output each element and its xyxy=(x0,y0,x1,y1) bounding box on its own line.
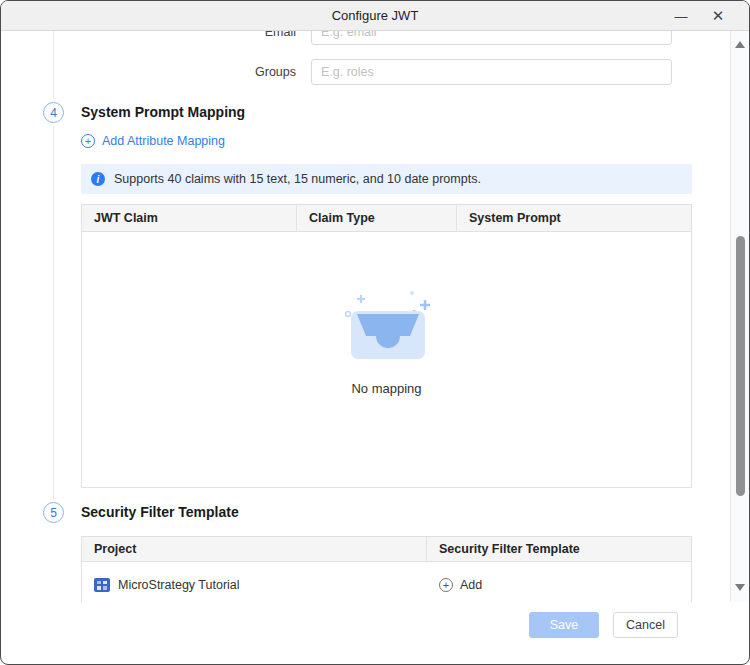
close-icon[interactable]: ✕ xyxy=(705,1,731,31)
step-4-badge: 4 xyxy=(43,102,64,123)
save-button[interactable]: Save xyxy=(529,612,599,638)
plus-circle-icon: + xyxy=(81,134,95,148)
titlebar: Configure JWT — ✕ xyxy=(1,1,749,31)
add-label: Add xyxy=(460,578,482,592)
empty-inbox-illustration xyxy=(329,285,445,369)
email-field[interactable] xyxy=(311,31,672,45)
groups-field[interactable] xyxy=(311,59,672,85)
mapping-table-header: JWT Claim Claim Type System Prompt xyxy=(82,205,691,232)
empty-state: No mapping xyxy=(82,232,691,396)
vertical-scrollbar[interactable] xyxy=(730,31,749,602)
dialog-scroll-area: Email Groups 4 System Prompt Mapping + A… xyxy=(1,31,749,602)
mapping-table: JWT Claim Claim Type System Prompt No ma… xyxy=(81,204,692,488)
empty-state-text: No mapping xyxy=(351,381,421,396)
column-header-project: Project xyxy=(82,537,427,561)
scroll-down-icon[interactable] xyxy=(735,584,745,591)
step-connector-line xyxy=(53,31,54,98)
minimize-icon[interactable]: — xyxy=(668,1,694,31)
groups-label: Groups xyxy=(196,63,296,81)
table-row: MicroStrategy Tutorial + Add xyxy=(82,562,691,602)
section-title-security-filter: Security Filter Template xyxy=(81,502,239,523)
column-header-claim-type: Claim Type xyxy=(297,205,457,231)
info-icon: i xyxy=(91,172,105,186)
step-5-badge: 5 xyxy=(43,502,64,523)
cancel-button[interactable]: Cancel xyxy=(613,612,678,638)
project-icon xyxy=(94,578,110,592)
project-cell: MicroStrategy Tutorial xyxy=(82,578,427,592)
column-header-system-prompt: System Prompt xyxy=(457,205,691,231)
info-banner-text: Supports 40 claims with 15 text, 15 nume… xyxy=(114,172,481,186)
scroll-up-icon[interactable] xyxy=(735,41,745,48)
security-filter-table: Project Security Filter Template MicroSt… xyxy=(81,536,692,602)
column-header-jwt-claim: JWT Claim xyxy=(82,205,297,231)
step-connector-line xyxy=(53,126,54,500)
section-title-prompt-mapping: System Prompt Mapping xyxy=(81,102,245,123)
add-security-filter-button[interactable]: + Add xyxy=(427,578,482,592)
project-name: MicroStrategy Tutorial xyxy=(118,578,240,592)
security-table-header: Project Security Filter Template xyxy=(82,537,691,562)
email-label: Email xyxy=(196,31,296,41)
configure-jwt-dialog: Configure JWT — ✕ Email Groups 4 System … xyxy=(0,0,750,665)
column-header-security-filter-template: Security Filter Template xyxy=(427,537,691,561)
add-attribute-mapping-button[interactable]: + Add Attribute Mapping xyxy=(81,134,225,148)
info-banner: i Supports 40 claims with 15 text, 15 nu… xyxy=(81,164,692,194)
add-attribute-mapping-label: Add Attribute Mapping xyxy=(102,134,225,148)
scrollbar-thumb[interactable] xyxy=(736,236,745,496)
window-title: Configure JWT xyxy=(332,8,419,23)
plus-circle-icon: + xyxy=(439,578,453,592)
